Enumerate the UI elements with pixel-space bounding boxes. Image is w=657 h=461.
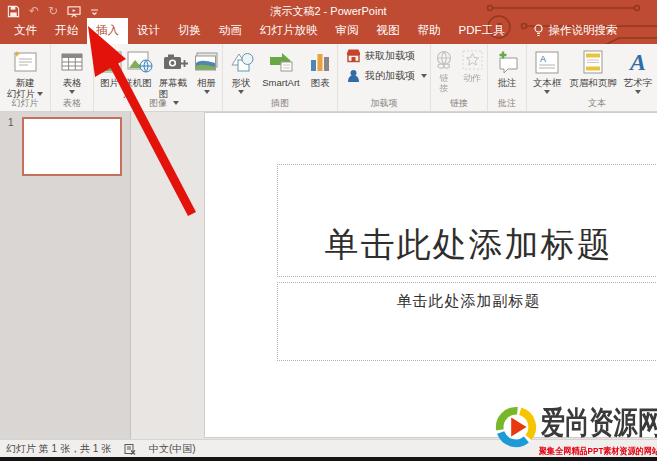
group-addins: 获取加载项 我的加载项 加载项: [338, 44, 431, 111]
photo-album-icon: [194, 48, 219, 76]
dropdown-caret-icon: [421, 74, 427, 78]
tab-design[interactable]: 设计: [128, 18, 169, 44]
slide-counter: 幻灯片 第 1 张，共 1 张: [6, 442, 111, 456]
new-slide-label-line1: 新建: [16, 77, 35, 88]
wordart-button[interactable]: A 艺术字: [622, 48, 654, 94]
group-label-text: 文本: [557, 97, 637, 110]
powerpoint-window: { "titlebar": { "title": "演示文稿2 - PowerP…: [0, 0, 657, 461]
screenshot-camera-icon: [163, 48, 188, 76]
subtitle-placeholder[interactable]: 单击此处添加副标题: [277, 282, 657, 361]
slide-canvas[interactable]: 单击此处添加标题 单击此处添加副标题: [205, 113, 657, 437]
group-illustrations: 形状 SmartArt 图表 插图: [223, 44, 338, 111]
textbox-label: 文本框: [533, 77, 562, 88]
svg-text:A: A: [540, 54, 546, 64]
watermark-site-name: 爱尚资源网: [541, 402, 657, 444]
tab-slideshow[interactable]: 幻灯片放映: [251, 18, 327, 44]
online-pictures-button[interactable]: 联机图片: [123, 48, 158, 99]
watermark-logo-icon: [493, 404, 539, 450]
group-label-comments: 批注: [488, 97, 526, 110]
link-button[interactable]: 链接: [434, 48, 454, 93]
title-bar: ↶ ↻ 演示文稿2 - PowerPoint 文件 开始 插入 设计 切换 动画…: [0, 0, 657, 44]
new-comment-button[interactable]: 批注: [491, 48, 523, 88]
group-label-images: 图像: [94, 97, 222, 110]
picture-button[interactable]: 图片: [97, 48, 122, 88]
textbox-icon: A: [535, 48, 559, 76]
dropdown-caret-icon: [238, 90, 244, 94]
comment-icon: [496, 48, 519, 76]
group-slides: 新建 幻灯片 幻灯片: [0, 44, 51, 111]
tell-me-search[interactable]: 操作说明搜索: [524, 18, 627, 44]
my-addins-button[interactable]: 我的加载项: [346, 69, 427, 83]
tab-view[interactable]: 视图: [368, 18, 409, 44]
language-indicator[interactable]: 中文(中国): [149, 442, 196, 456]
group-text: A 文本框 页眉和页脚 A 艺术字 日期和时间 #: [527, 44, 657, 111]
group-tables: 表格 表格: [51, 44, 94, 111]
shapes-label: 形状: [232, 77, 251, 88]
tab-home[interactable]: 开始: [46, 18, 87, 44]
new-slide-icon: [12, 48, 38, 76]
slide-thumbnail-number: 1: [8, 117, 14, 128]
header-footer-button[interactable]: 页眉和页脚: [567, 48, 619, 88]
chart-label: 图表: [311, 77, 330, 88]
editing-workspace: 单击此处添加标题 单击此处添加副标题: [131, 112, 657, 440]
proofing-icon[interactable]: [124, 443, 136, 455]
tab-file[interactable]: 文件: [5, 18, 46, 44]
group-comments: 批注 批注: [488, 44, 527, 111]
table-icon: [60, 48, 84, 76]
shapes-button[interactable]: 形状: [226, 48, 256, 94]
photo-album-button[interactable]: 相册: [194, 48, 219, 94]
store-icon: [346, 48, 361, 63]
my-addins-label: 我的加载项: [365, 69, 415, 83]
action-button[interactable]: 动作: [460, 48, 484, 84]
link-label: 链接: [439, 73, 450, 93]
my-addins-icon: [346, 69, 361, 83]
group-label-tables: 表格: [51, 97, 93, 110]
new-slide-button[interactable]: 新建 幻灯片: [3, 48, 47, 99]
picture-label: 图片: [100, 77, 119, 88]
smartart-button[interactable]: SmartArt: [257, 48, 305, 88]
tab-transitions[interactable]: 切换: [169, 18, 210, 44]
group-label-addins: 加载项: [338, 97, 430, 110]
comment-label: 批注: [498, 77, 517, 88]
photo-album-label: 相册: [197, 77, 216, 88]
screenshot-label: 屏幕截图: [159, 77, 194, 99]
smartart-label: SmartArt: [262, 77, 299, 88]
wordart-icon: A: [630, 48, 646, 76]
title-placeholder[interactable]: 单击此处添加标题: [277, 164, 657, 277]
tell-me-label: 操作说明搜索: [549, 23, 618, 38]
tab-insert[interactable]: 插入: [87, 18, 128, 44]
header-footer-icon: [583, 48, 603, 76]
group-images: 图片 联机图片 屏幕截图 相册 图像: [94, 44, 223, 111]
watermark-tagline: 聚集全网精品PPT素材资源的网站: [539, 445, 657, 458]
online-pictures-label: 联机图片: [123, 77, 158, 99]
dropdown-caret-icon: [204, 90, 210, 94]
dropdown-caret-icon: [544, 90, 550, 94]
slide-thumbnail-1[interactable]: [22, 117, 122, 176]
group-label-illustrations: 插图: [223, 97, 337, 110]
table-label: 表格: [63, 77, 82, 88]
chart-button[interactable]: 图表: [306, 48, 334, 88]
tab-help[interactable]: 帮助: [409, 18, 450, 44]
tab-animations[interactable]: 动画: [210, 18, 251, 44]
action-label: 动作: [463, 73, 481, 84]
online-pictures-icon: [127, 48, 153, 76]
ribbon: 新建 幻灯片 幻灯片 表格 表格 图片 联机图片: [0, 44, 657, 112]
chart-icon: [309, 48, 331, 76]
picture-icon: [97, 48, 122, 76]
dropdown-caret-icon: [69, 90, 75, 94]
main-content: 1 单击此处添加标题 单击此处添加副标题: [0, 112, 657, 440]
smartart-icon: [268, 48, 294, 76]
group-label-links: 链接: [431, 97, 487, 110]
tab-review[interactable]: 审阅: [327, 18, 368, 44]
tab-pdf-tools[interactable]: PDF工具: [450, 18, 514, 44]
dropdown-caret-icon: [635, 90, 641, 94]
slide-thumbnail-panel[interactable]: 1: [0, 112, 131, 440]
table-button[interactable]: 表格: [54, 48, 90, 94]
shapes-icon: [229, 48, 254, 76]
group-links: 链接 动作 链接: [431, 44, 488, 111]
site-watermark: 爱尚资源网 聚集全网精品PPT素材资源的网站: [481, 393, 657, 461]
wordart-label: 艺术字: [624, 77, 653, 88]
header-footer-label: 页眉和页脚: [569, 77, 617, 88]
textbox-button[interactable]: A 文本框: [530, 48, 564, 94]
get-addins-button[interactable]: 获取加载项: [346, 48, 415, 63]
